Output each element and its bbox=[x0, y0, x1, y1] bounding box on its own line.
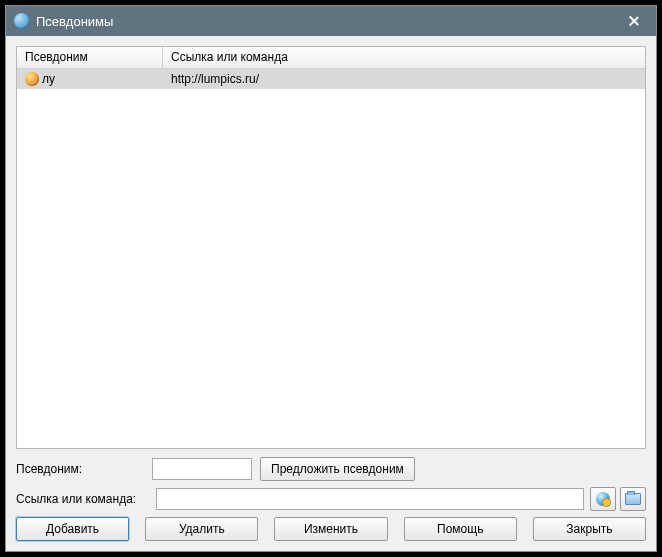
alias-text: лу bbox=[42, 72, 55, 86]
url-text: http://lumpics.ru/ bbox=[171, 72, 259, 86]
column-header-alias[interactable]: Псевдоним bbox=[17, 47, 163, 68]
cell-alias: лу bbox=[17, 71, 163, 87]
close-icon bbox=[629, 16, 639, 26]
cell-url: http://lumpics.ru/ bbox=[163, 71, 645, 87]
test-url-button[interactable] bbox=[590, 487, 616, 511]
dialog-window: Псевдонимы Псевдоним Ссылка или команда … bbox=[5, 5, 657, 552]
alias-table: Псевдоним Ссылка или команда лу http://l… bbox=[16, 46, 646, 449]
alias-input[interactable] bbox=[152, 458, 252, 480]
window-title: Псевдонимы bbox=[36, 14, 612, 29]
close-dialog-button[interactable]: Закрыть bbox=[533, 517, 646, 541]
folder-icon bbox=[625, 493, 641, 505]
column-header-url[interactable]: Ссылка или команда bbox=[163, 47, 645, 68]
close-button[interactable] bbox=[612, 6, 656, 36]
add-button[interactable]: Добавить bbox=[16, 517, 129, 541]
url-input[interactable] bbox=[156, 488, 584, 510]
help-button[interactable]: Помощь bbox=[404, 517, 517, 541]
delete-button[interactable]: Удалить bbox=[145, 517, 258, 541]
alias-label: Псевдоним: bbox=[16, 462, 152, 476]
url-label: Ссылка или команда: bbox=[16, 492, 152, 506]
alias-icon bbox=[25, 72, 39, 86]
globe-help-icon bbox=[596, 492, 610, 506]
table-header: Псевдоним Ссылка или команда bbox=[17, 47, 645, 69]
table-row[interactable]: лу http://lumpics.ru/ bbox=[17, 69, 645, 89]
titlebar[interactable]: Псевдонимы bbox=[6, 6, 656, 36]
globe-icon bbox=[14, 13, 30, 29]
edit-button[interactable]: Изменить bbox=[274, 517, 387, 541]
browse-button[interactable] bbox=[620, 487, 646, 511]
suggest-alias-button[interactable]: Предложить псевдоним bbox=[260, 457, 415, 481]
